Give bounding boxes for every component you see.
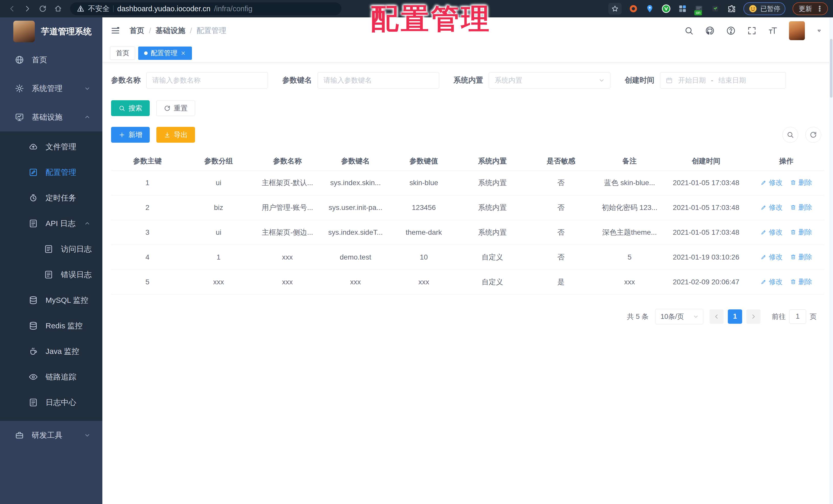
builtin-select[interactable]: 系统内置 <box>489 72 610 89</box>
edit-link[interactable]: 修改 <box>761 252 783 261</box>
app-logo-row[interactable]: 芋道管理系统 <box>0 17 102 46</box>
reset-button[interactable]: 重置 <box>157 100 195 116</box>
sidebar-item-label: Redis 监控 <box>46 321 83 331</box>
cell: 否 <box>527 245 595 270</box>
cell: 自定义 <box>458 245 527 270</box>
cell: 系统内置 <box>458 170 527 195</box>
next-page-button[interactable] <box>746 309 761 324</box>
goto-page-input[interactable] <box>789 309 806 324</box>
fullscreen-icon[interactable] <box>747 26 757 35</box>
param-name-input[interactable] <box>146 72 268 89</box>
col-param-key: 参数键名 <box>322 152 389 170</box>
header-search-icon[interactable] <box>684 26 694 35</box>
help-icon[interactable] <box>726 26 736 35</box>
browser-home-button[interactable] <box>52 3 64 15</box>
sidebar-item-access-logs[interactable]: 访问日志 <box>0 236 102 262</box>
builtin-label: 系统内置 <box>453 75 483 85</box>
export-button[interactable]: 导出 <box>157 127 195 143</box>
page-size-select[interactable]: 10条/页 <box>655 309 703 324</box>
user-avatar[interactable] <box>789 21 805 40</box>
cell: xxx <box>595 270 664 294</box>
extension-green-circle-icon[interactable] <box>662 4 671 13</box>
sidebar-item-log-center[interactable]: 日志中心 <box>0 390 102 415</box>
profile-paused-chip[interactable]: 已暂停 <box>743 2 785 15</box>
user-menu-caret-icon[interactable] <box>816 28 822 34</box>
search-button[interactable]: 搜索 <box>111 100 150 116</box>
bookmark-star-icon[interactable] <box>608 3 622 15</box>
tab-label: 配置管理 <box>151 49 177 57</box>
sidebar-item-error-logs[interactable]: 错误日志 <box>0 262 102 287</box>
delete-link[interactable]: 删除 <box>790 252 812 261</box>
sidebar-item-api-logs[interactable]: API 日志 <box>0 211 102 236</box>
breadcrumb-infrastructure[interactable]: 基础设施 <box>156 26 185 36</box>
edit-link[interactable]: 修改 <box>761 228 783 237</box>
sidebar-item-label: 链路追踪 <box>46 372 76 382</box>
sidebar-item-system-mgmt[interactable]: 系统管理 <box>0 74 102 103</box>
extension-on-badge: on <box>694 10 702 15</box>
sidebar-item-dev-tools[interactable]: 研发工具 <box>0 421 102 450</box>
delete-link[interactable]: 删除 <box>790 203 812 212</box>
sidebar-item-mysql-monitor[interactable]: MySQL 监控 <box>0 287 102 313</box>
toggle-search-button[interactable] <box>782 127 798 143</box>
tab-label: 首页 <box>116 49 129 57</box>
browser-update-button[interactable]: 更新 <box>792 2 828 15</box>
extension-grid-icon[interactable] <box>678 4 687 13</box>
prev-page-button[interactable] <box>709 309 724 324</box>
font-size-icon[interactable] <box>768 26 778 35</box>
delete-link[interactable]: 删除 <box>790 228 812 237</box>
sidebar-item-redis-monitor[interactable]: Redis 监控 <box>0 313 102 338</box>
sidebar-item-tracing[interactable]: 链路追踪 <box>0 364 102 390</box>
cell: 否 <box>527 195 595 220</box>
address-bar[interactable]: 不安全 dashboard.yudao.iocoder.cn/infra/con… <box>70 2 341 15</box>
sidebar-item-home[interactable]: 首页 <box>0 46 102 74</box>
delete-link[interactable]: 删除 <box>790 277 812 286</box>
extension-donut-icon[interactable] <box>629 4 638 13</box>
page-scrollbar[interactable] <box>829 17 833 504</box>
sidebar-item-java-monitor[interactable]: Java 监控 <box>0 338 102 364</box>
chevron-down-icon <box>598 77 605 84</box>
add-button[interactable]: 新增 <box>111 127 150 143</box>
sidebar-item-config-mgmt[interactable]: 配置管理 <box>0 159 102 185</box>
param-key-input[interactable] <box>317 72 439 89</box>
edit-link[interactable]: 修改 <box>761 203 783 212</box>
tab-home[interactable]: 首页 <box>110 47 135 60</box>
browser-forward-button[interactable] <box>22 3 33 15</box>
cell: sys.index.skin... <box>322 170 389 195</box>
sidebar-item-scheduled-jobs[interactable]: 定时任务 <box>0 185 102 211</box>
cell: 5 <box>111 270 184 294</box>
plus-icon <box>118 131 125 138</box>
goto-label: 前往 <box>772 312 786 321</box>
sidebar-item-infrastructure[interactable]: 基础设施 <box>0 103 102 131</box>
cell: xxx <box>253 245 322 270</box>
scrollbar-thumb[interactable] <box>830 39 832 98</box>
create-time-range-picker[interactable]: 开始日期 - 结束日期 <box>660 72 786 89</box>
extension-switch-icon[interactable]: on <box>694 4 704 13</box>
delete-link[interactable]: 删除 <box>790 178 812 187</box>
sidebar-toggle[interactable] <box>110 25 121 36</box>
close-icon[interactable] <box>181 50 186 56</box>
edit-link[interactable]: 修改 <box>761 178 783 187</box>
cell: skin-blue <box>389 170 458 195</box>
edit-link[interactable]: 修改 <box>761 277 783 286</box>
java-cup-icon <box>29 347 38 356</box>
extension-sprout-icon[interactable] <box>711 4 720 13</box>
browser-back-button[interactable] <box>6 3 18 15</box>
breadcrumb-home[interactable]: 首页 <box>129 26 144 36</box>
cell: theme-dark <box>389 220 458 245</box>
cell: 2021-01-19 03:10:26 <box>664 245 748 270</box>
extensions-puzzle-icon[interactable] <box>727 4 736 13</box>
extension-pin-icon[interactable] <box>645 4 654 13</box>
current-page[interactable]: 1 <box>728 309 742 324</box>
cell: xxx <box>389 270 458 294</box>
tab-config-mgmt[interactable]: 配置管理 <box>138 47 192 60</box>
browser-refresh-button[interactable] <box>37 3 49 15</box>
cell: 2021-01-05 17:03:48 <box>664 220 748 245</box>
cell: 系统内置 <box>458 195 527 220</box>
sidebar-item-file-mgmt[interactable]: 文件管理 <box>0 134 102 159</box>
refresh-table-button[interactable] <box>805 127 821 143</box>
chevron-down-icon <box>84 85 91 92</box>
github-icon[interactable] <box>705 26 715 35</box>
sidebar-menu: 首页 系统管理 基础设施 文件管理 配置管理 <box>0 46 102 450</box>
monitor-icon <box>15 112 24 122</box>
col-sensitive: 是否敏感 <box>527 152 595 170</box>
